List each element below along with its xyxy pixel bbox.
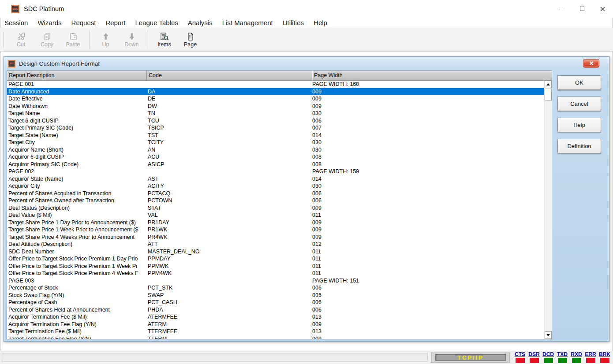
cell-width: 011: [312, 270, 544, 276]
table-row[interactable]: Percent of Shares Held at AnnouncementPH…: [7, 306, 544, 314]
table-row[interactable]: Stock Swap Flag (Y/N)SWAP005: [7, 292, 544, 299]
table-row[interactable]: Acquiror State (Name)AST014: [7, 175, 544, 183]
cell-width: 009: [312, 234, 544, 240]
table-row[interactable]: Target Termination Fee ($ Mil)TTERMFEE01…: [7, 328, 544, 335]
toolbar-button-label: Cut: [17, 41, 25, 48]
cell-desc: Date Announced: [7, 89, 147, 95]
table-page-row[interactable]: PAGE 002PAGE WIDTH: 159: [7, 168, 544, 175]
table-row[interactable]: Acquiror Termination Fee Flag (Y/N)ATERM…: [7, 321, 544, 328]
cell-code: PR1WK: [147, 227, 312, 233]
page-button[interactable]: Page: [177, 30, 203, 50]
paste-icon: [69, 32, 78, 41]
paste-button[interactable]: Paste: [60, 30, 86, 50]
table-row[interactable]: Deal Attitude (Description)ATT012: [7, 241, 544, 248]
table-row[interactable]: Target CityTCITY030: [7, 139, 544, 146]
table-page-row[interactable]: PAGE 003PAGE WIDTH: 151: [7, 277, 544, 285]
cell-code: TSICP: [147, 125, 312, 131]
menu-bar: SessionWizardsRequestReportLeague Tables…: [0, 18, 613, 28]
table-row[interactable]: Target 6-digit CUSIPTCU006: [7, 117, 544, 125]
table-row[interactable]: Acquiror Primary SIC (Code)ASICP008: [7, 161, 544, 168]
toolbar-button-label: Page: [184, 41, 197, 48]
toolbar-buttons: CutCopyPasteUpDownItemsPage: [8, 30, 203, 50]
table-row[interactable]: Offer Price to Target Stock Price Premiu…: [7, 255, 544, 263]
table-row[interactable]: Target State (Name)TST014: [7, 132, 544, 139]
table-row[interactable]: Percentage of StockPCT_STK006: [7, 284, 544, 292]
cell-width: 011: [312, 212, 544, 218]
table-page-row[interactable]: PAGE 001PAGE WIDTH: 160: [7, 81, 544, 88]
cell-desc: Percent of Shares Acquired in Transactio…: [7, 190, 147, 197]
down-button[interactable]: Down: [119, 30, 145, 50]
table-row[interactable]: Target Share Price 1 Day Prior to Announ…: [7, 219, 544, 227]
dcd-indicator-label: DCD: [542, 352, 554, 357]
menu-wizards[interactable]: Wizards: [37, 19, 61, 26]
table-row[interactable]: Deal Status (Description)STAT009: [7, 204, 544, 212]
toolbar-separator: [148, 30, 148, 49]
brk-indicator-light: [600, 358, 609, 363]
menu-report[interactable]: Report: [105, 19, 125, 26]
table-row[interactable]: Target Primary SIC (Code)TSICP007: [7, 124, 544, 132]
close-button[interactable]: [592, 0, 613, 18]
toolbar-grip-handle[interactable]: [3, 31, 4, 48]
cell-desc: Acquiror Name (Short): [7, 147, 147, 153]
menu-list-management[interactable]: List Management: [222, 19, 273, 26]
table-row[interactable]: SDC Deal NumberMASTER_DEAL_NO011: [7, 248, 544, 256]
cell-desc: Stock Swap Flag (Y/N): [7, 292, 147, 298]
cell-width: 009: [312, 227, 544, 233]
cell-width: PAGE WIDTH: 151: [312, 278, 544, 284]
table-row[interactable]: Acquiror CityACITY030: [7, 182, 544, 190]
scroll-up-button[interactable]: [545, 81, 552, 88]
menu-league-tables[interactable]: League Tables: [135, 19, 178, 26]
menu-analysis[interactable]: Analysis: [188, 19, 213, 26]
menu-session[interactable]: Session: [4, 19, 28, 26]
cell-width: 009: [312, 219, 544, 226]
cancel-button[interactable]: Cancel: [557, 97, 601, 111]
dialog-buttons: OKCancelHelpDefinition: [557, 75, 601, 153]
protocol-label: TCP/IP: [435, 354, 506, 361]
vertical-scrollbar[interactable]: [544, 81, 552, 339]
scrollbar-thumb[interactable]: [545, 89, 552, 100]
cell-code: PCTACQ: [147, 190, 312, 197]
table-row[interactable]: Date EffectiveDE009: [7, 95, 544, 103]
copy-button[interactable]: Copy: [34, 30, 60, 50]
table-row[interactable]: Percentage of CashPCT_CASH006: [7, 299, 544, 306]
cell-width: 006: [312, 197, 544, 204]
cell-desc: Target 6-digit CUSIP: [7, 118, 147, 124]
cell-desc: Target Primary SIC (Code): [7, 125, 147, 131]
table-row[interactable]: Acquiror Name (Short)AN030: [7, 146, 544, 154]
cell-code: TST: [147, 132, 312, 138]
minimize-button[interactable]: [551, 0, 572, 18]
menu-request[interactable]: Request: [71, 19, 96, 26]
definition-button[interactable]: Definition: [557, 139, 601, 153]
up-button[interactable]: Up: [93, 30, 119, 50]
table-row[interactable]: Percent of Shares Acquired in Transactio…: [7, 190, 544, 197]
table-row[interactable]: Offer Price to Target Stock Price Premiu…: [7, 263, 544, 270]
table-row[interactable]: Target NameTN030: [7, 110, 544, 117]
cut-button[interactable]: Cut: [8, 30, 34, 50]
ok-button[interactable]: OK: [557, 75, 601, 90]
items-button[interactable]: Items: [151, 30, 177, 50]
dialog-close-button[interactable]: [583, 59, 599, 67]
cell-code: PPMWK: [147, 263, 312, 269]
table-row[interactable]: Target Share Price 4 Weeks Prior to Anno…: [7, 234, 544, 241]
table-row[interactable]: Date AnnouncedDA009: [7, 88, 544, 96]
dsr-indicator-label: DSR: [528, 352, 539, 357]
table-row[interactable]: Acquiror Termination Fee ($ Mil)ATERMFEE…: [7, 313, 544, 321]
cell-code: TN: [147, 110, 312, 116]
cell-desc: PAGE 003: [7, 278, 147, 284]
menu-help[interactable]: Help: [314, 19, 327, 26]
scroll-down-button[interactable]: [545, 331, 552, 339]
table-row[interactable]: Deal Value ($ Mil)VAL011: [7, 212, 544, 219]
menu-utilities[interactable]: Utilities: [283, 19, 304, 26]
table-row[interactable]: Target Share Price 1 Week Prior to Annou…: [7, 226, 544, 234]
table-row[interactable]: Date WithdrawnDW009: [7, 103, 544, 110]
maximize-button[interactable]: [572, 0, 592, 18]
cell-width: 009: [312, 321, 544, 327]
table-row[interactable]: Acquiror 6-digit CUSIPACU008: [7, 153, 544, 161]
table-row[interactable]: Target Termination Fee Flag (Y/N)TTERM00…: [7, 335, 544, 339]
copy-icon: [43, 32, 52, 41]
status-bar: TCP/IP CTSDSRDCDTXDRXDERRBRK: [0, 351, 613, 364]
table-row[interactable]: Offer Price to Target Stock Price Premiu…: [7, 270, 544, 277]
help-button[interactable]: Help: [557, 118, 601, 132]
table-row[interactable]: Percent of Shares Owned after Transactio…: [7, 197, 544, 204]
cell-width: 009: [312, 336, 544, 339]
